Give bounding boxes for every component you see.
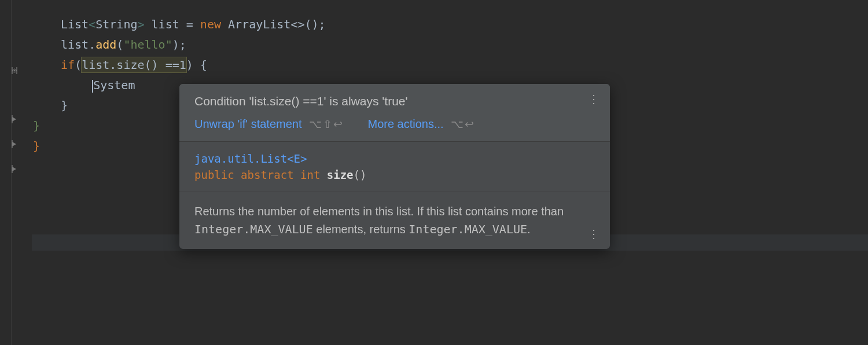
gutter: [0, 0, 32, 345]
doc-description: Returns the number of elements in this l…: [194, 203, 595, 238]
doc-class-link[interactable]: java.util.List<E>: [194, 152, 595, 165]
collapse-icon[interactable]: [9, 164, 20, 174]
error-marker: [40, 139, 54, 153]
code-line[interactable]: if(list.size() ==1) {: [61, 55, 868, 75]
more-actions-link[interactable]: More actions...: [368, 118, 444, 131]
more-menu-icon[interactable]: ⋮: [588, 230, 599, 237]
code-line[interactable]: List<String> list = new ArrayList<>();: [61, 14, 868, 35]
action-row: Unwrap 'if' statement ⌥⇧↩ More actions..…: [194, 118, 595, 131]
quickfix-link[interactable]: Unwrap 'if' statement: [194, 118, 302, 131]
code-line[interactable]: list.add("hello");: [61, 35, 868, 55]
doc-body-section: ⋮ Returns the number of elements in this…: [179, 192, 610, 249]
collapse-icon[interactable]: [9, 114, 20, 124]
shortcut-hint: ⌥⇧↩: [309, 118, 344, 131]
inspection-message: Condition 'list.size() ==1' is always 't…: [194, 94, 595, 108]
more-menu-icon[interactable]: ⋮: [588, 96, 599, 102]
inspection-highlight: list.size() ==1: [82, 57, 186, 72]
shortcut-hint: ⌥↩: [451, 118, 475, 131]
doc-signature: public abstract int size(): [194, 168, 595, 181]
doc-signature-section: java.util.List<E> public abstract int si…: [179, 141, 610, 192]
collapse-icon[interactable]: [9, 139, 20, 149]
fold-icon[interactable]: [9, 65, 20, 76]
inspection-section: ⋮ Condition 'list.size() ==1' is always …: [179, 84, 610, 141]
inspection-popup: ⋮ Condition 'list.size() ==1' is always …: [179, 84, 610, 249]
